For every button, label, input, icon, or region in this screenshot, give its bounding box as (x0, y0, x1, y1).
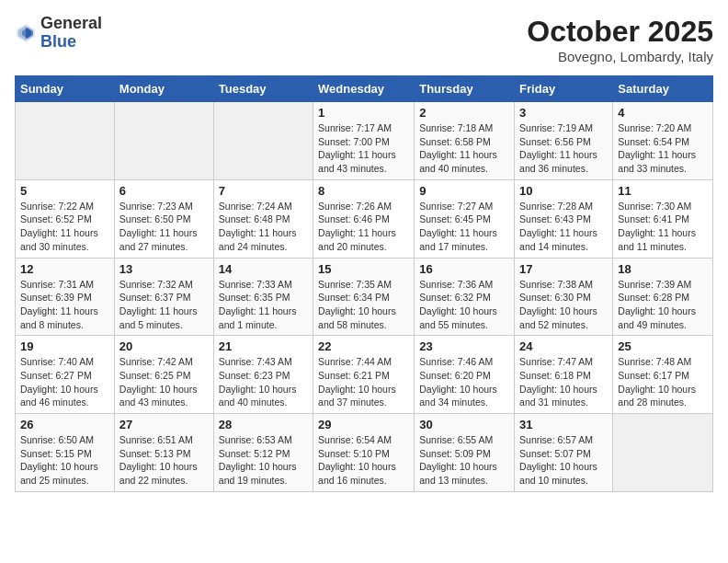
day-info: Sunrise: 7:31 AM Sunset: 6:39 PM Dayligh… (20, 278, 109, 332)
day-number: 17 (519, 262, 608, 276)
day-info: Sunrise: 7:47 AM Sunset: 6:18 PM Dayligh… (519, 355, 608, 409)
logo-icon (15, 22, 37, 44)
day-number: 6 (119, 184, 209, 198)
day-info: Sunrise: 7:17 AM Sunset: 7:00 PM Dayligh… (318, 121, 409, 176)
day-info: Sunrise: 7:27 AM Sunset: 6:45 PM Dayligh… (419, 200, 509, 254)
day-info: Sunrise: 7:22 AM Sunset: 6:52 PM Dayligh… (20, 200, 109, 254)
day-cell: 20Sunrise: 7:42 AM Sunset: 6:25 PM Dayli… (114, 336, 213, 414)
day-info: Sunrise: 7:19 AM Sunset: 6:56 PM Dayligh… (519, 121, 608, 176)
day-cell: 3Sunrise: 7:19 AM Sunset: 6:56 PM Daylig… (515, 102, 613, 180)
day-info: Sunrise: 7:39 AM Sunset: 6:28 PM Dayligh… (618, 278, 708, 332)
day-cell: 13Sunrise: 7:32 AM Sunset: 6:37 PM Dayli… (114, 258, 213, 336)
day-number: 24 (519, 339, 608, 353)
column-header-monday: Monday (114, 76, 213, 102)
day-number: 9 (419, 184, 509, 198)
day-cell: 7Sunrise: 7:24 AM Sunset: 6:48 PM Daylig… (213, 179, 313, 258)
day-cell: 26Sunrise: 6:50 AM Sunset: 5:15 PM Dayli… (16, 414, 115, 492)
column-header-saturday: Saturday (613, 76, 713, 102)
day-info: Sunrise: 7:36 AM Sunset: 6:32 PM Dayligh… (419, 278, 509, 332)
column-header-tuesday: Tuesday (213, 76, 313, 102)
day-number: 10 (519, 184, 608, 198)
calendar-header-row: SundayMondayTuesdayWednesdayThursdayFrid… (16, 76, 713, 102)
week-row-1: 1Sunrise: 7:17 AM Sunset: 7:00 PM Daylig… (16, 102, 713, 180)
day-number: 16 (419, 262, 509, 276)
day-cell: 31Sunrise: 6:57 AM Sunset: 5:07 PM Dayli… (515, 414, 613, 492)
day-cell: 5Sunrise: 7:22 AM Sunset: 6:52 PM Daylig… (16, 179, 115, 258)
week-row-3: 12Sunrise: 7:31 AM Sunset: 6:39 PM Dayli… (16, 258, 713, 336)
column-header-sunday: Sunday (16, 76, 115, 102)
column-header-friday: Friday (515, 76, 613, 102)
day-info: Sunrise: 7:35 AM Sunset: 6:34 PM Dayligh… (318, 278, 409, 332)
day-info: Sunrise: 7:24 AM Sunset: 6:48 PM Dayligh… (219, 200, 308, 254)
calendar-table: SundayMondayTuesdayWednesdayThursdayFrid… (15, 75, 713, 492)
day-info: Sunrise: 7:26 AM Sunset: 6:46 PM Dayligh… (318, 200, 409, 254)
day-number: 20 (119, 339, 209, 353)
day-number: 7 (219, 184, 308, 198)
logo-text: General Blue (40, 15, 102, 52)
day-info: Sunrise: 6:50 AM Sunset: 5:15 PM Dayligh… (20, 433, 109, 488)
day-cell: 8Sunrise: 7:26 AM Sunset: 6:46 PM Daylig… (313, 179, 415, 258)
day-number: 22 (318, 339, 409, 353)
location-title: Bovegno, Lombardy, Italy (527, 49, 713, 64)
logo: General Blue (15, 15, 102, 52)
day-info: Sunrise: 7:46 AM Sunset: 6:20 PM Dayligh… (419, 355, 509, 409)
day-info: Sunrise: 7:38 AM Sunset: 6:30 PM Dayligh… (519, 278, 608, 332)
day-cell: 29Sunrise: 6:54 AM Sunset: 5:10 PM Dayli… (313, 414, 415, 492)
day-cell: 27Sunrise: 6:51 AM Sunset: 5:13 PM Dayli… (114, 414, 213, 492)
day-cell: 23Sunrise: 7:46 AM Sunset: 6:20 PM Dayli… (415, 336, 515, 414)
day-number: 4 (618, 106, 708, 120)
day-number: 1 (318, 106, 409, 120)
day-info: Sunrise: 6:53 AM Sunset: 5:12 PM Dayligh… (219, 433, 308, 488)
day-info: Sunrise: 7:23 AM Sunset: 6:50 PM Dayligh… (119, 200, 209, 254)
day-cell: 30Sunrise: 6:55 AM Sunset: 5:09 PM Dayli… (415, 414, 515, 492)
day-cell: 14Sunrise: 7:33 AM Sunset: 6:35 PM Dayli… (213, 258, 313, 336)
day-cell: 10Sunrise: 7:28 AM Sunset: 6:43 PM Dayli… (515, 179, 613, 258)
day-info: Sunrise: 7:44 AM Sunset: 6:21 PM Dayligh… (318, 355, 409, 409)
day-number: 31 (519, 418, 608, 431)
day-cell: 1Sunrise: 7:17 AM Sunset: 7:00 PM Daylig… (313, 102, 415, 180)
day-cell (114, 102, 213, 180)
day-info: Sunrise: 7:43 AM Sunset: 6:23 PM Dayligh… (219, 355, 308, 409)
day-cell: 18Sunrise: 7:39 AM Sunset: 6:28 PM Dayli… (613, 258, 713, 336)
day-info: Sunrise: 7:30 AM Sunset: 6:41 PM Dayligh… (618, 200, 708, 254)
day-cell: 9Sunrise: 7:27 AM Sunset: 6:45 PM Daylig… (415, 179, 515, 258)
day-number: 26 (20, 418, 109, 431)
day-info: Sunrise: 7:18 AM Sunset: 6:58 PM Dayligh… (419, 121, 509, 176)
day-info: Sunrise: 6:55 AM Sunset: 5:09 PM Dayligh… (419, 433, 509, 488)
day-info: Sunrise: 7:48 AM Sunset: 6:17 PM Dayligh… (618, 355, 708, 409)
day-info: Sunrise: 6:51 AM Sunset: 5:13 PM Dayligh… (119, 433, 209, 488)
day-number: 28 (219, 418, 308, 431)
day-number: 5 (20, 184, 109, 198)
day-cell: 4Sunrise: 7:20 AM Sunset: 6:54 PM Daylig… (613, 102, 713, 180)
day-cell: 24Sunrise: 7:47 AM Sunset: 6:18 PM Dayli… (515, 336, 613, 414)
day-number: 18 (618, 262, 708, 276)
day-number: 11 (618, 184, 708, 198)
day-cell: 15Sunrise: 7:35 AM Sunset: 6:34 PM Dayli… (313, 258, 415, 336)
day-number: 15 (318, 262, 409, 276)
day-info: Sunrise: 6:57 AM Sunset: 5:07 PM Dayligh… (519, 433, 608, 488)
day-info: Sunrise: 7:33 AM Sunset: 6:35 PM Dayligh… (219, 278, 308, 332)
day-number: 25 (618, 339, 708, 353)
month-title: October 2025 (527, 15, 713, 49)
day-cell: 22Sunrise: 7:44 AM Sunset: 6:21 PM Dayli… (313, 336, 415, 414)
day-cell: 12Sunrise: 7:31 AM Sunset: 6:39 PM Dayli… (16, 258, 115, 336)
day-info: Sunrise: 7:42 AM Sunset: 6:25 PM Dayligh… (119, 355, 209, 409)
column-header-thursday: Thursday (415, 76, 515, 102)
day-cell: 19Sunrise: 7:40 AM Sunset: 6:27 PM Dayli… (16, 336, 115, 414)
week-row-4: 19Sunrise: 7:40 AM Sunset: 6:27 PM Dayli… (16, 336, 713, 414)
day-number: 14 (219, 262, 308, 276)
day-number: 12 (20, 262, 109, 276)
day-number: 29 (318, 418, 409, 431)
day-cell: 21Sunrise: 7:43 AM Sunset: 6:23 PM Dayli… (213, 336, 313, 414)
day-number: 23 (419, 339, 509, 353)
day-number: 3 (519, 106, 608, 120)
day-number: 2 (419, 106, 509, 120)
day-cell: 6Sunrise: 7:23 AM Sunset: 6:50 PM Daylig… (114, 179, 213, 258)
week-row-5: 26Sunrise: 6:50 AM Sunset: 5:15 PM Dayli… (16, 414, 713, 492)
day-info: Sunrise: 7:40 AM Sunset: 6:27 PM Dayligh… (20, 355, 109, 409)
day-number: 19 (20, 339, 109, 353)
logo-blue: Blue (40, 33, 102, 52)
page-header: General Blue October 2025 Bovegno, Lomba… (15, 15, 713, 64)
day-number: 13 (119, 262, 209, 276)
day-number: 27 (119, 418, 209, 431)
